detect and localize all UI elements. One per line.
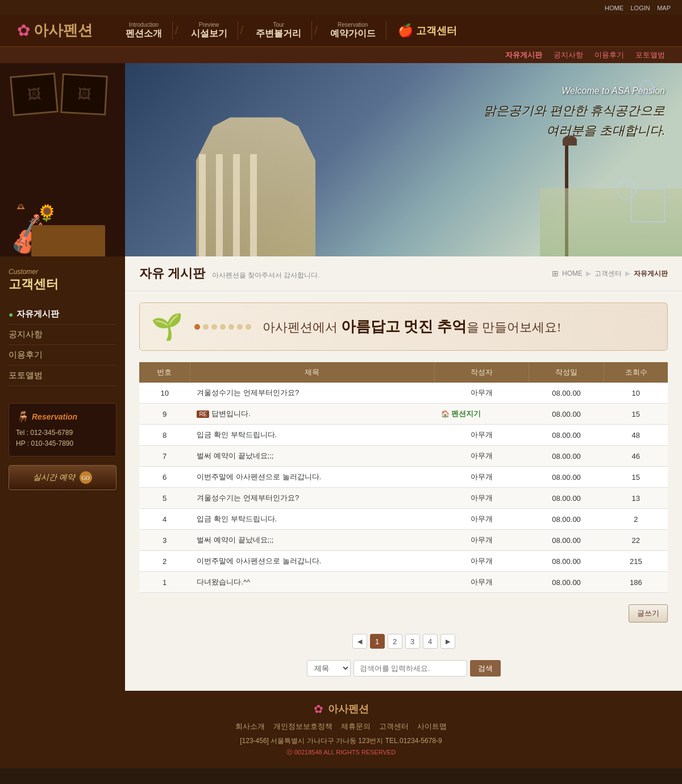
table-row: 1다녀왔습니다.^^아무개08.00.00186: [139, 572, 668, 593]
top-nav-home[interactable]: HOME: [605, 5, 623, 11]
subnav-photo[interactable]: 포토앨범: [635, 50, 665, 60]
sidebar-menu-board[interactable]: ● 자유게시판: [9, 304, 117, 325]
cell-views: 46: [604, 446, 668, 467]
subnav-review[interactable]: 이용후기: [594, 50, 624, 60]
nav-customer[interactable]: 🍎 고객센터: [398, 23, 457, 38]
table-row: 10겨울성수기는 언제부터인가요?아무개08.00.0010: [139, 383, 668, 404]
pension-author: 🏠펜션지기: [441, 409, 522, 419]
nav-item-reservation[interactable]: Reservation 예약가이드: [320, 22, 386, 40]
col-author: 작성자: [434, 362, 529, 383]
post-link[interactable]: 겨울성수기는 언제부터인가요?: [197, 388, 299, 397]
table-row: 9RE답변입니다.🏠펜션지기08.00.0015: [139, 404, 668, 425]
cell-views: 15: [604, 467, 668, 488]
cell-date: 08.00.00: [529, 446, 604, 467]
hero-desk: [31, 225, 105, 256]
breadcrumb-home-icon: ⊞: [552, 269, 559, 278]
table-head: 번호 제목 작성자 작성일 조회수: [139, 362, 668, 383]
promo-text-bold: 아름답고 멋진 추억: [341, 318, 467, 335]
promo-pot-icon: 🌱: [151, 312, 183, 342]
post-link[interactable]: 벌써 예약이 끝났네요;;;: [197, 536, 273, 544]
breadcrumb-current: 자유게시판: [634, 269, 668, 279]
cell-title: 겨울성수기는 언제부터인가요?: [190, 383, 434, 404]
promo-dot-5: [228, 324, 234, 330]
hero-frame-2: 🖼: [60, 73, 108, 115]
cell-title: RE답변입니다.: [190, 404, 434, 425]
footer-copyright: ⓒ 00218548 ALL RIGHTS RESERVED: [17, 748, 665, 757]
table-row: 4입금 확인 부탁드립니다.아무개08.00.002: [139, 509, 668, 530]
cell-number: 9: [139, 404, 190, 425]
post-link[interactable]: 입금 확인 부탁드립니다.: [197, 515, 277, 523]
search-button[interactable]: 검색: [470, 660, 501, 677]
cell-number: 10: [139, 383, 190, 404]
page-2[interactable]: 2: [388, 634, 402, 649]
page-subtitle: 아사펜션을 찾아주셔서 감사합니다.: [212, 271, 320, 280]
column4: [250, 154, 257, 256]
promo-dot-6: [237, 324, 243, 330]
page-4[interactable]: 4: [423, 634, 438, 649]
table-row: 2이번주말에 아사펜션으로 놀러갑니다.아무개08.00.00215: [139, 551, 668, 572]
cell-views: 22: [604, 530, 668, 551]
logo-flower-icon: ✿: [17, 21, 30, 40]
post-link[interactable]: 겨울성수기는 언제부터인가요?: [197, 493, 299, 502]
post-link[interactable]: 다녀왔습니다.^^: [197, 578, 250, 586]
sidebar-customer-label: Customer: [9, 268, 117, 276]
search-input[interactable]: [354, 660, 467, 677]
page-1[interactable]: 1: [370, 634, 385, 649]
footer-address: [123-456] 서울특별시 가나다구 가나동 123번지 TEL.01234…: [17, 736, 665, 746]
sidebar-menu-photo[interactable]: 포토앨범: [9, 366, 117, 386]
page-header: 자유 게시판 아사펜션을 찾아주셔서 감사합니다. ⊞ HOME ▶ 고객센터 …: [125, 256, 682, 291]
top-nav-map[interactable]: MAP: [657, 5, 671, 11]
table-header-row: 번호 제목 작성자 작성일 조회수: [139, 362, 668, 383]
logo[interactable]: ✿ 아사펜션: [17, 20, 93, 40]
post-link[interactable]: 이번주말에 아사펜션으로 놀러갑니다.: [197, 472, 321, 481]
footer-privacy[interactable]: 개인정보보호정책: [273, 721, 332, 732]
go-circle-icon: GO: [80, 471, 92, 484]
cell-title: 입금 확인 부탁드립니다.: [190, 425, 434, 446]
footer-customer[interactable]: 고객센터: [379, 721, 409, 732]
page-prev[interactable]: ◀: [352, 634, 367, 649]
sidebar-menu-review[interactable]: 이용후기: [9, 345, 117, 366]
cell-views: 15: [604, 404, 668, 425]
post-link[interactable]: RE답변입니다.: [197, 409, 251, 418]
breadcrumb-home-label: HOME: [562, 269, 583, 277]
post-link[interactable]: 입금 확인 부탁드립니다.: [197, 430, 277, 439]
footer: ✿ 아사펜션 회사소개 개인정보보호정책 제휴문의 고객센터 사이트맵 [123…: [0, 691, 682, 768]
table-row: 6이번주말에 아사펜션으로 놀러갑니다.아무개08.00.0015: [139, 467, 668, 488]
footer-partnership[interactable]: 제휴문의: [341, 721, 371, 732]
promo-dot-2: [203, 324, 209, 330]
post-link[interactable]: 벌써 예약이 끝났네요;;;: [197, 451, 273, 460]
write-button[interactable]: 글쓰기: [629, 604, 668, 623]
main-content: 자유 게시판 아사펜션을 찾아주셔서 감사합니다. ⊞ HOME ▶ 고객센터 …: [125, 256, 682, 691]
sidebar-menu-notice[interactable]: 공지사항: [9, 325, 117, 345]
table-row: 5겨울성수기는 언제부터인가요?아무개08.00.0013: [139, 488, 668, 509]
nav-item-introduction[interactable]: Introduction 펜션소개: [115, 22, 173, 40]
cell-author: 아무개: [434, 425, 529, 446]
subnav-board[interactable]: 자유게시판: [505, 50, 542, 60]
sidebar-reservation: 🪑 Reservation Tel : 012-345-6789 HP : 01…: [9, 403, 117, 457]
cell-number: 2: [139, 551, 190, 572]
cell-views: 10: [604, 383, 668, 404]
nav-item-preview[interactable]: Preview 시설보기: [181, 22, 238, 40]
footer-sitemap[interactable]: 사이트맵: [417, 721, 447, 732]
post-link[interactable]: 이번주말에 아사펜션으로 놀러갑니다.: [197, 557, 321, 565]
board-table: 번호 제목 작성자 작성일 조회수 10겨울성수기는 언제부터인가요?아무개08…: [139, 362, 668, 593]
footer-links: 회사소개 개인정보보호정책 제휴문의 고객센터 사이트맵: [17, 721, 665, 732]
cell-title: 벌써 예약이 끝났네요;;;: [190, 446, 434, 467]
page-next[interactable]: ▶: [440, 634, 455, 649]
page-title-area: 자유 게시판 아사펜션을 찾아주셔서 감사합니다.: [139, 265, 320, 282]
footer-logo-text: 아사펜션: [328, 702, 369, 716]
nav-item-tour[interactable]: Tour 주변볼거리: [246, 22, 312, 40]
footer-about[interactable]: 회사소개: [235, 721, 265, 732]
cell-author: 아무개: [434, 509, 529, 530]
page-3[interactable]: 3: [405, 634, 420, 649]
cell-date: 08.00.00: [529, 530, 604, 551]
hero-main: Welcome to ASA Pension 맑은공기와 편안한 휴식공간으로 …: [125, 63, 682, 256]
promo-dot-1: [194, 324, 200, 330]
column1: [199, 154, 206, 256]
subnav-notice[interactable]: 공지사항: [554, 50, 583, 60]
cell-date: 08.00.00: [529, 404, 604, 425]
breadcrumb-sep2: ▶: [625, 269, 630, 277]
top-nav-login[interactable]: LOGIN: [630, 5, 650, 11]
sidebar-booking-button[interactable]: 실시간 예약 GO: [9, 465, 117, 490]
search-category-select[interactable]: 제목 내용 작성자: [307, 660, 351, 677]
